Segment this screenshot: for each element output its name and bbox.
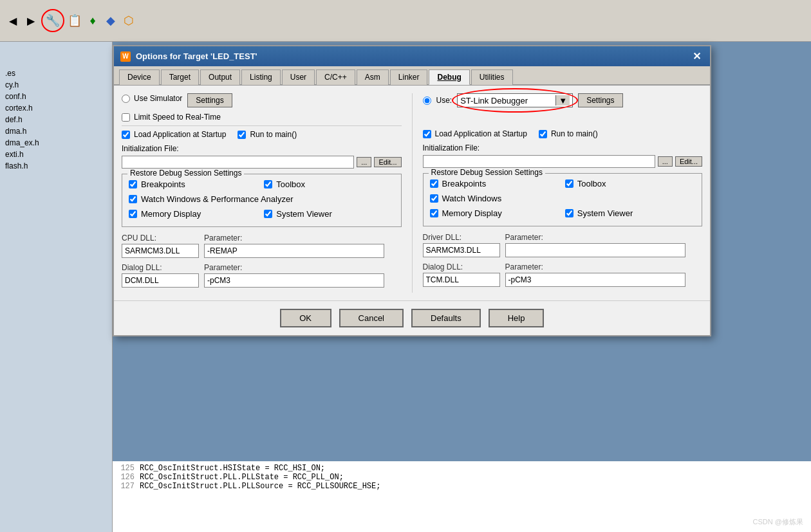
dialog-param-field-left: Parameter: [204,263,384,288]
toolbar-icon-6[interactable]: ⬡ [121,13,136,28]
help-button[interactable]: Help [489,309,545,327]
toolbar-icon-4[interactable]: ♦ [85,13,100,28]
code-text-3: RCC_OscInitStruct.PLL.PLLSource = RCC_PL… [140,482,380,491]
defaults-button[interactable]: Defaults [411,309,481,327]
cpu-dll-input[interactable] [122,244,199,258]
code-text-2: RCC_OscInitStruct.PLL.PLLState = RCC_PLL… [140,473,344,482]
magic-wand-icon[interactable]: 🔧 [41,9,64,32]
dialog-dll-input-right[interactable] [423,273,500,287]
tab-cpp[interactable]: C/C++ [316,69,355,85]
edit-button-right[interactable]: Edit... [675,156,702,167]
dialog-dll-label-left: Dialog DLL: [122,263,199,272]
memory-display-checkbox-left[interactable] [129,210,137,218]
use-simulator-row: Use Simulator [122,94,182,103]
toolbox-checkbox-right[interactable] [565,179,573,188]
init-file-input-left[interactable] [122,156,354,169]
cpu-dll-section: CPU DLL: Parameter: Dialog DLL: [122,234,402,288]
sidebar-item-dmaexh[interactable]: dma_ex.h [0,137,112,149]
limit-speed-checkbox[interactable] [122,113,130,122]
tab-asm[interactable]: Asm [357,69,389,85]
dialog-title: Options for Target 'LED_TEST' [136,51,257,61]
toolbar-icon-3[interactable]: 📋 [67,13,82,28]
debugger-settings-button[interactable]: Settings [578,93,622,107]
tab-target[interactable]: Target [161,69,199,85]
tab-utilities[interactable]: Utilities [471,69,513,85]
toolbox-checkbox-left[interactable] [264,180,272,188]
toolbox-row-right: Toolbox [565,179,695,188]
dialog-footer: OK Cancel Defaults Help [114,300,710,335]
toolbar-icon-2[interactable]: ▶ [23,13,39,28]
sidebar-item-cortexh[interactable]: cortex.h [0,102,112,114]
system-viewer-checkbox-right[interactable] [565,209,573,217]
ok-button[interactable]: OK [280,309,331,327]
driver-param-label: Parameter: [505,233,685,242]
cpu-param-input[interactable] [204,244,384,258]
toolbar: ◀ ▶ 🔧 📋 ♦ ◆ ⬡ [0,0,811,42]
sidebar-item-cyh[interactable]: cy.h [0,79,112,91]
sidebar-item-flashh[interactable]: flash.h [0,160,112,172]
sidebar-item-extih[interactable]: exti.h [0,149,112,160]
code-area: 125 RCC_OscInitStruct.HSIState = RCC_HSI… [113,461,811,532]
tab-listing[interactable]: Listing [241,69,281,85]
run-to-main-checkbox-right[interactable] [539,130,547,138]
run-to-main-checkbox-left[interactable] [238,131,246,139]
sidebar: .es cy.h conf.h cortex.h def.h dma.h dma… [0,42,113,532]
sidebar-item-es[interactable]: .es [0,68,112,79]
dropdown-arrow-icon[interactable]: ▼ [555,95,570,105]
dialog-param-field-right: Parameter: [505,262,685,287]
code-line-1: 125 RCC_OscInitStruct.HSIState = RCC_HSI… [115,464,808,473]
toolbar-icon-1[interactable]: ◀ [5,13,21,28]
close-button[interactable]: ✕ [690,50,704,62]
system-viewer-row-left: System Viewer [264,209,394,219]
dialog-param-label-left: Parameter: [204,263,384,272]
tab-user[interactable]: User [282,69,315,85]
sidebar-item-defh[interactable]: def.h [0,114,112,125]
use-simulator-radio[interactable] [122,95,130,103]
edit-button-left[interactable]: Edit... [374,157,401,167]
debugger-dropdown[interactable]: ST-Link Debugger ▼ [457,93,573,107]
watch-windows-checkbox-right[interactable] [430,194,438,203]
dialog-param-label-right: Parameter: [505,262,685,271]
driver-dll-input[interactable] [423,243,500,257]
tab-output[interactable]: Output [200,69,240,85]
line-num-3: 127 [115,482,135,491]
cpu-param-field: Parameter: [204,234,384,258]
breakpoints-checkbox-left[interactable] [129,180,137,188]
tab-linker[interactable]: Linker [390,69,428,85]
use-label: Use: [436,96,452,105]
dialog-dll-input-left[interactable] [122,273,199,288]
toolbar-icon-5[interactable]: ◆ [103,13,118,28]
column-divider [412,93,413,293]
init-file-row-left: ... Edit... [122,156,402,169]
system-viewer-checkbox-left[interactable] [264,210,272,218]
tab-debug[interactable]: Debug [429,69,469,85]
memory-display-checkbox-right[interactable] [430,209,438,217]
system-viewer-row-right: System Viewer [565,208,695,218]
load-app-checkbox-right[interactable] [423,130,431,138]
watch-windows-checkbox-left[interactable] [129,195,137,203]
dialog-param-input-left[interactable] [204,273,384,288]
cancel-button[interactable]: Cancel [339,309,404,327]
simulator-settings-button[interactable]: Settings [187,93,232,107]
toolbox-row-left: Toolbox [264,179,394,189]
watch-windows-label-left: Watch Windows & Performance Analyzer [141,194,294,204]
load-app-label-right: Load Application at Startup [435,129,527,138]
init-file-input-right[interactable] [423,155,655,168]
dialog-param-input-right[interactable] [505,273,685,287]
tab-device[interactable]: Device [119,69,160,85]
watch-windows-row-right: Watch Windows [430,194,560,203]
memory-display-label-right: Memory Display [442,208,502,218]
sidebar-item-dmah[interactable]: dma.h [0,125,112,137]
sidebar-item-confh[interactable]: conf.h [0,91,112,102]
cpu-dll-field: CPU DLL: [122,234,199,258]
restore-label-left: Restore Debug Session Settings [127,169,244,178]
browse-button-left[interactable]: ... [357,157,371,167]
use-debugger-radio[interactable] [423,96,431,105]
watch-windows-row-left: Watch Windows & Performance Analyzer [129,194,395,204]
load-app-checkbox-left[interactable] [122,131,130,139]
cpu-dll-row: CPU DLL: Parameter: [122,234,402,258]
browse-button-right[interactable]: ... [658,156,673,167]
driver-param-input[interactable] [505,243,685,257]
breakpoints-label-right: Breakpoints [442,179,487,188]
breakpoints-checkbox-right[interactable] [430,179,438,188]
